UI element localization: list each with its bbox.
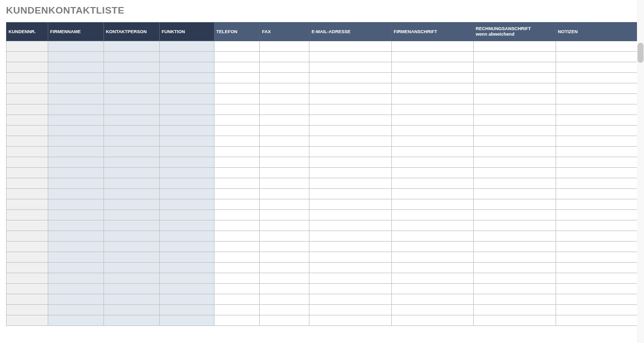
column-header-7[interactable]: FIRMENANSCHRIFT [391, 23, 473, 41]
cell[interactable] [391, 294, 473, 305]
cell[interactable] [391, 220, 473, 231]
cell[interactable] [309, 52, 391, 62]
cell[interactable] [214, 147, 260, 157]
cell[interactable] [391, 273, 473, 284]
cell[interactable] [159, 41, 214, 52]
cell[interactable] [309, 305, 391, 315]
cell[interactable] [260, 157, 309, 168]
cell[interactable] [309, 294, 391, 305]
cell[interactable] [103, 305, 159, 315]
cell[interactable] [474, 73, 556, 83]
cell[interactable] [48, 315, 103, 326]
cell[interactable] [103, 284, 159, 294]
cell[interactable] [48, 126, 103, 136]
cell[interactable] [309, 284, 391, 294]
cell[interactable] [159, 136, 214, 147]
cell[interactable] [556, 83, 637, 94]
cell[interactable] [474, 94, 556, 104]
cell[interactable] [48, 41, 103, 52]
cell[interactable] [474, 231, 556, 242]
cell[interactable] [103, 178, 159, 189]
cell[interactable] [7, 94, 48, 104]
cell[interactable] [556, 94, 637, 104]
column-header-0[interactable]: KUNDENNR. [7, 23, 48, 41]
cell[interactable] [214, 52, 260, 62]
cell[interactable] [159, 115, 214, 126]
cell[interactable] [260, 242, 309, 252]
cell[interactable] [260, 104, 309, 115]
cell[interactable] [556, 284, 637, 294]
cell[interactable] [159, 199, 214, 210]
cell[interactable] [7, 178, 48, 189]
cell[interactable] [556, 294, 637, 305]
cell[interactable] [103, 94, 159, 104]
cell[interactable] [159, 147, 214, 157]
cell[interactable] [391, 147, 473, 157]
cell[interactable] [474, 315, 556, 326]
cell[interactable] [309, 83, 391, 94]
cell[interactable] [260, 231, 309, 242]
cell[interactable] [556, 168, 637, 178]
cell[interactable] [556, 136, 637, 147]
cell[interactable] [103, 242, 159, 252]
cell[interactable] [556, 263, 637, 273]
cell[interactable] [309, 41, 391, 52]
cell[interactable] [159, 273, 214, 284]
cell[interactable] [391, 252, 473, 263]
cell[interactable] [214, 126, 260, 136]
cell[interactable] [7, 83, 48, 94]
cell[interactable] [474, 168, 556, 178]
cell[interactable] [48, 284, 103, 294]
cell[interactable] [214, 157, 260, 168]
cell[interactable] [214, 305, 260, 315]
cell[interactable] [309, 231, 391, 242]
column-header-2[interactable]: KONTAKTPERSON [103, 23, 159, 41]
cell[interactable] [103, 83, 159, 94]
cell[interactable] [260, 252, 309, 263]
cell[interactable] [556, 242, 637, 252]
cell[interactable] [48, 94, 103, 104]
cell[interactable] [556, 147, 637, 157]
cell[interactable] [556, 178, 637, 189]
column-header-3[interactable]: FUNKTION [159, 23, 214, 41]
cell[interactable] [391, 157, 473, 168]
cell[interactable] [214, 273, 260, 284]
cell[interactable] [391, 136, 473, 147]
cell[interactable] [556, 157, 637, 168]
cell[interactable] [159, 263, 214, 273]
cell[interactable] [556, 115, 637, 126]
cell[interactable] [103, 294, 159, 305]
cell[interactable] [214, 73, 260, 83]
cell[interactable] [103, 231, 159, 242]
cell[interactable] [391, 315, 473, 326]
cell[interactable] [159, 189, 214, 199]
cell[interactable] [474, 189, 556, 199]
cell[interactable] [556, 252, 637, 263]
cell[interactable] [103, 73, 159, 83]
cell[interactable] [159, 231, 214, 242]
cell[interactable] [103, 168, 159, 178]
cell[interactable] [7, 126, 48, 136]
cell[interactable] [159, 83, 214, 94]
cell[interactable] [214, 136, 260, 147]
cell[interactable] [474, 178, 556, 189]
cell[interactable] [214, 263, 260, 273]
cell[interactable] [474, 41, 556, 52]
cell[interactable] [7, 294, 48, 305]
cell[interactable] [103, 199, 159, 210]
cell[interactable] [474, 263, 556, 273]
cell[interactable] [260, 136, 309, 147]
cell[interactable] [391, 73, 473, 83]
cell[interactable] [556, 199, 637, 210]
cell[interactable] [7, 52, 48, 62]
cell[interactable] [159, 94, 214, 104]
cell[interactable] [103, 41, 159, 52]
cell[interactable] [260, 62, 309, 73]
cell[interactable] [48, 252, 103, 263]
cell[interactable] [7, 189, 48, 199]
cell[interactable] [7, 315, 48, 326]
cell[interactable] [103, 62, 159, 73]
cell[interactable] [391, 305, 473, 315]
cell[interactable] [474, 242, 556, 252]
cell[interactable] [48, 136, 103, 147]
